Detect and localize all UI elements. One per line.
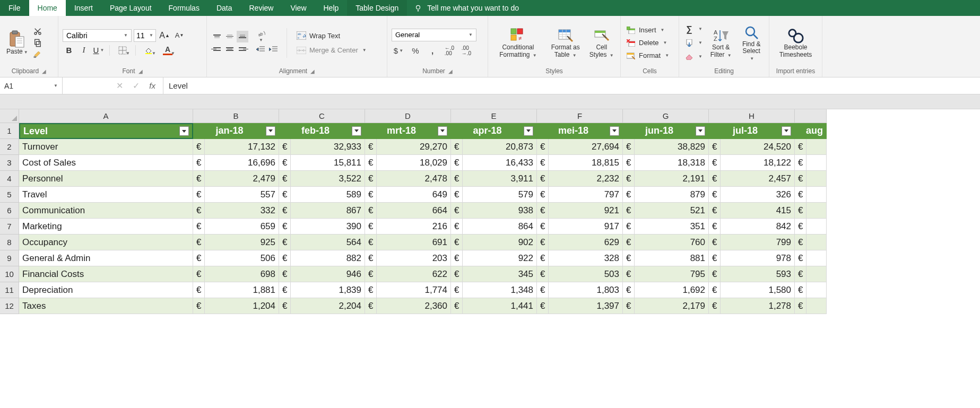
cell-value[interactable]: 882 xyxy=(291,250,365,266)
cell-value[interactable]: 506 xyxy=(205,250,279,266)
align-bottom-button[interactable] xyxy=(237,31,248,42)
cell-value[interactable]: 345 xyxy=(463,266,537,282)
increase-indent-button[interactable] xyxy=(267,44,279,55)
cell-currency[interactable]: € xyxy=(795,250,806,266)
cell-currency[interactable]: € xyxy=(193,282,205,298)
row-header[interactable]: 8 xyxy=(0,235,19,250)
fx-button[interactable]: fx xyxy=(149,81,155,90)
cell-currency[interactable]: € xyxy=(623,250,635,266)
cell-currency[interactable]: € xyxy=(795,266,806,282)
cell-label[interactable]: Depreciation xyxy=(19,282,193,298)
insert-cells-button[interactable]: Insert▼ xyxy=(625,25,665,36)
copy-button[interactable] xyxy=(32,38,43,48)
cell-label[interactable]: Taxes xyxy=(19,298,193,314)
cell-currency[interactable]: € xyxy=(193,298,205,314)
cell-value-partial[interactable] xyxy=(806,187,827,203)
cell-currency[interactable]: € xyxy=(279,155,291,171)
cell-currency[interactable]: € xyxy=(709,298,721,314)
cell-currency[interactable]: € xyxy=(365,282,377,298)
cell-currency[interactable]: € xyxy=(193,139,205,155)
cell-value[interactable]: 18,122 xyxy=(721,155,795,171)
cell-value[interactable]: 659 xyxy=(205,219,279,235)
cell-value[interactable]: 1,278 xyxy=(721,298,795,314)
cell-value-partial[interactable] xyxy=(806,266,827,282)
cell-currency[interactable]: € xyxy=(451,171,463,187)
cell-currency[interactable]: € xyxy=(623,171,635,187)
cell-value[interactable]: 415 xyxy=(721,203,795,219)
format-painter-button[interactable] xyxy=(32,50,43,59)
cell-currency[interactable]: € xyxy=(193,266,205,282)
row-header[interactable]: 3 xyxy=(0,155,19,171)
cell-value[interactable]: 32,933 xyxy=(291,139,365,155)
cell-currency[interactable]: € xyxy=(623,187,635,203)
font-size-select[interactable]: 11▼ xyxy=(134,29,156,42)
cell-value[interactable]: 18,029 xyxy=(377,155,451,171)
cell-currency[interactable]: € xyxy=(451,187,463,203)
find-select-button[interactable]: Find & Select ▼ xyxy=(738,23,765,63)
col-header-G[interactable]: G xyxy=(623,109,709,123)
borders-button[interactable]: ▼ xyxy=(114,44,131,57)
cell-value[interactable]: 922 xyxy=(463,250,537,266)
cell-label[interactable]: Travel xyxy=(19,187,193,203)
cell-currency[interactable]: € xyxy=(537,187,549,203)
cell-currency[interactable]: € xyxy=(365,155,377,171)
cell-value[interactable]: 3,522 xyxy=(291,171,365,187)
cell-value[interactable]: 629 xyxy=(549,235,623,250)
cell-value[interactable]: 2,191 xyxy=(635,171,709,187)
cell-currency[interactable]: € xyxy=(193,187,205,203)
tell-me[interactable]: Tell me what you want to do xyxy=(407,0,526,16)
tab-help[interactable]: Help xyxy=(315,0,348,16)
cell-value[interactable]: 1,692 xyxy=(635,282,709,298)
filter-button[interactable] xyxy=(524,126,533,136)
increase-decimal-button[interactable]: ←.0.00 xyxy=(443,45,456,57)
cell-value[interactable]: 978 xyxy=(721,250,795,266)
cell-currency[interactable]: € xyxy=(365,235,377,250)
cell-currency[interactable]: € xyxy=(365,171,377,187)
cell-currency[interactable]: € xyxy=(795,235,806,250)
filter-button[interactable] xyxy=(610,126,619,136)
number-dialog-launcher[interactable]: ◢ xyxy=(448,68,453,74)
cell-currency[interactable]: € xyxy=(365,139,377,155)
cell-value-partial[interactable] xyxy=(806,219,827,235)
cell-value-partial[interactable] xyxy=(806,139,827,155)
cell-label[interactable]: Communication xyxy=(19,203,193,219)
cell-currency[interactable]: € xyxy=(279,282,291,298)
cell-currency[interactable]: € xyxy=(451,155,463,171)
col-header-A[interactable]: A xyxy=(19,109,193,123)
italic-button[interactable]: I xyxy=(77,44,90,57)
cell-value[interactable]: 938 xyxy=(463,203,537,219)
cell-value[interactable]: 664 xyxy=(377,203,451,219)
align-left-button[interactable] xyxy=(211,44,223,55)
cut-button[interactable] xyxy=(32,27,43,36)
formula-input[interactable]: Level xyxy=(163,77,980,94)
col-header-C[interactable]: C xyxy=(279,109,365,123)
cell-value[interactable]: 2,204 xyxy=(291,298,365,314)
cell-value[interactable]: 867 xyxy=(291,203,365,219)
cell-styles-button[interactable]: Cell Styles ▼ xyxy=(587,26,616,59)
cell-value-partial[interactable] xyxy=(806,235,827,250)
row-header[interactable]: 10 xyxy=(0,266,19,282)
cell-currency[interactable]: € xyxy=(193,250,205,266)
filter-button[interactable] xyxy=(696,126,705,136)
align-right-button[interactable] xyxy=(237,44,248,55)
cell-value[interactable]: 1,441 xyxy=(463,298,537,314)
cell-value[interactable]: 557 xyxy=(205,187,279,203)
cell-value[interactable]: 326 xyxy=(721,187,795,203)
cell-value[interactable]: 881 xyxy=(635,250,709,266)
align-middle-button[interactable] xyxy=(224,31,236,42)
cell-value[interactable]: 16,696 xyxy=(205,155,279,171)
cell-value-partial[interactable] xyxy=(806,282,827,298)
cell-value[interactable]: 795 xyxy=(635,266,709,282)
cell-value[interactable]: 698 xyxy=(205,266,279,282)
cell-currency[interactable]: € xyxy=(709,187,721,203)
cell-value[interactable]: 797 xyxy=(549,187,623,203)
cell-value[interactable]: 521 xyxy=(635,203,709,219)
orientation-button[interactable]: ab ⟩▼ xyxy=(255,31,266,42)
cell-currency[interactable]: € xyxy=(795,219,806,235)
cell-value[interactable]: 1,881 xyxy=(205,282,279,298)
cell-currency[interactable]: € xyxy=(193,235,205,250)
cell-value[interactable]: 649 xyxy=(377,187,451,203)
wrap-text-button[interactable]: abc Wrap Text xyxy=(294,30,369,41)
clear-button[interactable]: ▼ xyxy=(683,51,704,62)
sort-filter-button[interactable]: AZ Sort & Filter ▼ xyxy=(708,26,734,59)
